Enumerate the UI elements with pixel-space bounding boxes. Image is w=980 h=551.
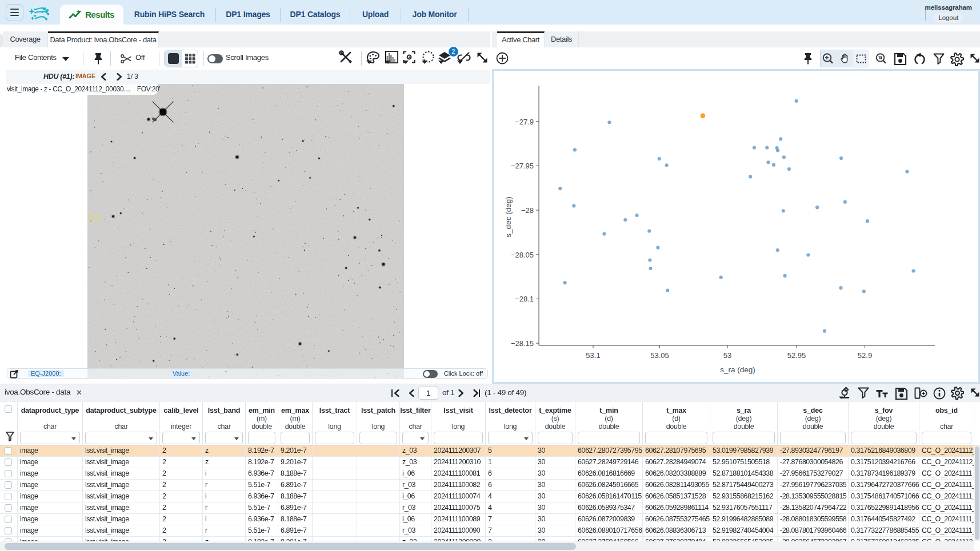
svg-text:s_ra (deg): s_ra (deg)	[720, 365, 755, 374]
svg-text:−28.15: −28.15	[511, 339, 534, 348]
svg-text:53.1: 53.1	[586, 351, 600, 360]
svg-text:52.95: 52.95	[787, 351, 806, 360]
svg-text:−27.9: −27.9	[515, 118, 534, 126]
svg-text:s_dec (deg): s_dec (deg)	[504, 196, 513, 237]
svg-text:52.9: 52.9	[858, 351, 872, 360]
svg-text:−28: −28	[521, 206, 534, 215]
svg-text:53: 53	[723, 351, 731, 360]
svg-text:53.05: 53.05	[650, 351, 669, 360]
svg-text:−28.05: −28.05	[511, 251, 534, 259]
svg-text:−27.95: −27.95	[511, 162, 534, 170]
svg-text:−28.1: −28.1	[515, 295, 534, 303]
